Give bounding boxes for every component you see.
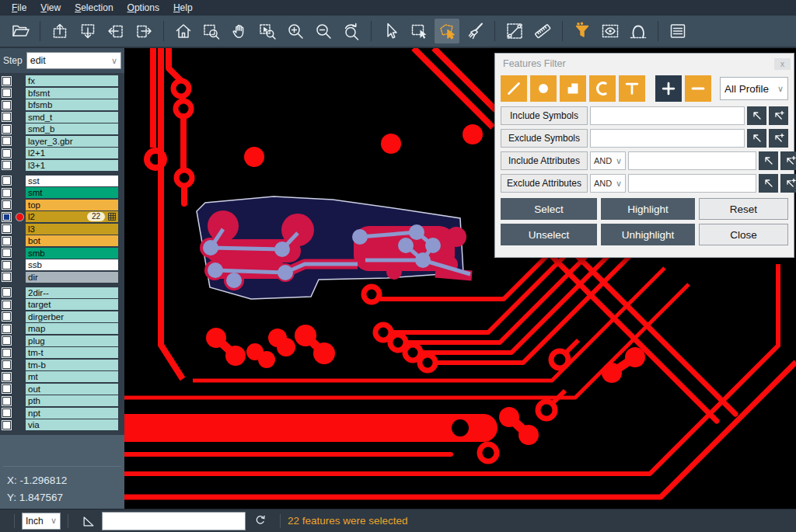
- layer-visibility-checkbox[interactable]: [2, 161, 11, 169]
- zoom-in-button[interactable]: [283, 19, 308, 43]
- pick-add-attribute-button[interactable]: [780, 151, 796, 170]
- profile-dropdown[interactable]: All Profile ∨: [720, 77, 788, 100]
- layer-row-bot[interactable]: bot: [0, 235, 124, 246]
- unselect-button[interactable]: Unselect: [501, 224, 597, 245]
- include-attributes-input[interactable]: [628, 151, 756, 170]
- pick-symbol-button[interactable]: [747, 129, 766, 148]
- layer-visibility-checkbox[interactable]: [2, 176, 11, 185]
- layer-row-layer_3.gbr[interactable]: layer_3.gbr: [0, 136, 124, 147]
- rect-select-button[interactable]: [407, 19, 431, 43]
- menu-item-selection[interactable]: Selection: [68, 1, 120, 15]
- page-up-button[interactable]: [47, 19, 72, 43]
- layer-row-l2[interactable]: l2 22: [0, 211, 124, 222]
- exclude-attributes-button[interactable]: Exclude Attributes: [501, 174, 588, 193]
- layer-visibility-checkbox[interactable]: [2, 237, 11, 245]
- ruler-button[interactable]: [530, 19, 555, 43]
- exclude-symbols-button[interactable]: Exclude Symbols: [501, 129, 588, 148]
- surface-feature-button[interactable]: [560, 75, 586, 102]
- layer-row-via[interactable]: via: [0, 419, 124, 430]
- zoom-object-button[interactable]: [255, 19, 280, 43]
- angle-measure-icon[interactable]: [82, 514, 96, 528]
- layer-visibility-checkbox[interactable]: [2, 301, 11, 309]
- layer-row-map[interactable]: map: [0, 323, 124, 334]
- layer-visibility-checkbox[interactable]: [2, 325, 11, 333]
- text-feature-button[interactable]: [619, 75, 645, 102]
- layer-row-mt[interactable]: mt: [0, 371, 124, 382]
- clean-select-button[interactable]: [463, 19, 487, 43]
- layer-visibility-checkbox[interactable]: [2, 373, 11, 381]
- zoom-out-button[interactable]: [311, 19, 336, 43]
- exclude-attributes-input[interactable]: [628, 174, 756, 193]
- layers-panel-button[interactable]: [665, 19, 690, 43]
- page-left-button[interactable]: [103, 19, 128, 43]
- layer-visibility-checkbox[interactable]: [2, 224, 11, 233]
- pick-add-attribute-button[interactable]: [780, 174, 796, 193]
- menu-item-file[interactable]: File: [5, 1, 33, 15]
- close-button[interactable]: Close: [699, 224, 788, 245]
- include-attributes-button[interactable]: Include Attributes: [501, 151, 588, 170]
- page-down-button[interactable]: [75, 19, 100, 43]
- layer-visibility-checkbox[interactable]: [2, 125, 11, 134]
- layer-row-2dir--[interactable]: 2dir--: [0, 287, 124, 298]
- layer-row-npt[interactable]: npt: [0, 408, 124, 419]
- pad-feature-button[interactable]: [530, 75, 557, 102]
- arc-feature-button[interactable]: [589, 75, 616, 102]
- layer-row-smt[interactable]: smt: [0, 187, 124, 198]
- home-view-button[interactable]: [171, 19, 196, 43]
- menu-item-help[interactable]: Help: [166, 1, 200, 15]
- measure-distance-button[interactable]: [502, 19, 527, 43]
- layer-visibility-checkbox[interactable]: [2, 384, 11, 393]
- layer-row-pth[interactable]: pth: [0, 395, 124, 406]
- view-options-button[interactable]: [598, 19, 623, 43]
- layer-row-top[interactable]: top: [0, 200, 124, 210]
- polygon-select-button[interactable]: [435, 19, 459, 43]
- layer-row-bfsmt[interactable]: bfsmt: [0, 88, 124, 99]
- layer-visibility-checkbox[interactable]: [2, 77, 11, 85]
- layer-row-ssb[interactable]: ssb: [0, 259, 124, 270]
- features-filter-button[interactable]: [570, 19, 595, 43]
- layer-visibility-checkbox[interactable]: [2, 336, 11, 345]
- layer-row-bfsmb[interactable]: bfsmb: [0, 99, 124, 110]
- layer-visibility-checkbox[interactable]: [2, 349, 11, 357]
- include-attributes-operator-dropdown[interactable]: AND ∨: [590, 151, 626, 170]
- select-button[interactable]: Select: [501, 198, 597, 220]
- menu-item-view[interactable]: View: [33, 1, 68, 15]
- layer-visibility-checkbox[interactable]: [2, 312, 11, 321]
- layer-row-tm-t[interactable]: tm-t: [0, 347, 124, 358]
- pick-symbol-button[interactable]: [747, 106, 766, 125]
- layer-visibility-checkbox[interactable]: [2, 200, 11, 209]
- layer-row-smd_t[interactable]: smd_t: [0, 112, 124, 123]
- exclude-symbols-input[interactable]: [590, 129, 745, 148]
- select-arrow-button[interactable]: [379, 19, 403, 43]
- layer-row-out[interactable]: out: [0, 384, 124, 395]
- layer-visibility-checkbox[interactable]: [2, 249, 11, 257]
- layer-visibility-checkbox[interactable]: [2, 137, 11, 145]
- reset-button[interactable]: Reset: [699, 198, 788, 220]
- dialog-close-button[interactable]: x: [774, 58, 791, 70]
- pan-hand-button[interactable]: [227, 19, 252, 43]
- zoom-previous-button[interactable]: [339, 19, 364, 43]
- layer-row-smd_b[interactable]: smd_b: [0, 123, 124, 134]
- command-input[interactable]: [102, 512, 246, 530]
- layer-row-tm-b[interactable]: tm-b: [0, 360, 124, 370]
- menu-item-options[interactable]: Options: [120, 1, 166, 15]
- refresh-icon[interactable]: [253, 514, 267, 527]
- zoom-window-button[interactable]: [199, 19, 224, 43]
- layer-row-l2+1[interactable]: l2+1: [0, 148, 124, 158]
- unhighlight-button[interactable]: Unhighlight: [601, 224, 695, 245]
- layer-row-dirgerber[interactable]: dirgerber: [0, 311, 124, 322]
- layer-visibility-checkbox[interactable]: [2, 288, 11, 297]
- open-file-button[interactable]: [8, 19, 33, 43]
- unit-dropdown[interactable]: Inch ∨: [22, 513, 61, 530]
- layer-row-l3[interactable]: l3: [0, 224, 124, 235]
- layer-visibility-checkbox[interactable]: [2, 101, 11, 110]
- pick-attribute-button[interactable]: [759, 151, 778, 170]
- exclude-attributes-operator-dropdown[interactable]: AND ∨: [590, 174, 626, 193]
- page-right-button[interactable]: [131, 19, 156, 43]
- step-dropdown[interactable]: edit ∨: [26, 52, 121, 69]
- layer-visibility-checkbox[interactable]: [2, 189, 11, 197]
- add-filter-button[interactable]: [655, 75, 682, 102]
- line-feature-button[interactable]: [501, 75, 527, 102]
- remove-filter-button[interactable]: [685, 75, 711, 102]
- pick-attribute-button[interactable]: [759, 174, 778, 193]
